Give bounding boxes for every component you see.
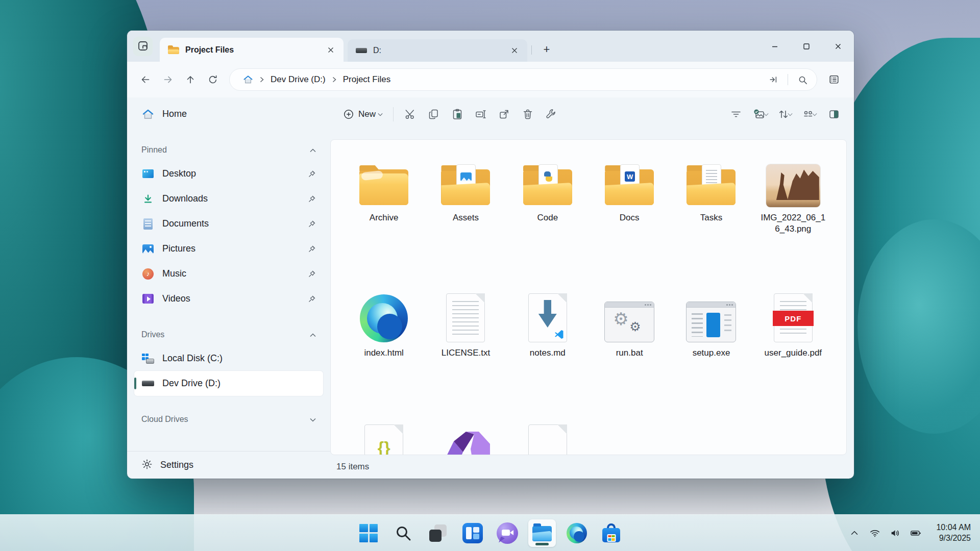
- sort-button[interactable]: [773, 104, 797, 125]
- command-bar: New: [330, 97, 854, 131]
- store-button[interactable]: [598, 519, 625, 547]
- section-header-pinned[interactable]: Pinned: [134, 139, 323, 161]
- address-pill[interactable]: Dev Drive (D:) Project Files: [229, 68, 817, 91]
- file-tile-user-guide-pdf[interactable]: PDF user_guide.pdf: [752, 289, 834, 386]
- paste-button[interactable]: [446, 104, 469, 125]
- close-tab-icon[interactable]: [508, 44, 521, 57]
- up-button[interactable]: [179, 69, 202, 90]
- maximize-button[interactable]: [791, 31, 822, 62]
- copy-button[interactable]: [422, 104, 446, 125]
- refresh-button[interactable]: [202, 69, 224, 90]
- file-explorer-icon: [531, 524, 553, 542]
- sidebar-item-music[interactable]: ♪ Music: [134, 261, 323, 286]
- delete-icon: [522, 108, 534, 120]
- volume-button[interactable]: [886, 523, 904, 543]
- breadcrumb-chevron-icon[interactable]: [332, 77, 337, 83]
- pin-icon: [307, 270, 317, 278]
- minimize-button[interactable]: [759, 31, 791, 62]
- rename-icon: [475, 108, 487, 120]
- sidebar-item-videos[interactable]: Videos: [134, 286, 323, 311]
- tab-strip: Project Files D: +: [127, 31, 854, 62]
- file-tile-archive[interactable]: Archive: [343, 154, 425, 251]
- widgets-button[interactable]: [459, 519, 486, 547]
- file-tile-setup-exe[interactable]: setup.exe: [670, 289, 752, 386]
- cut-button[interactable]: [399, 104, 422, 125]
- window-controls: [759, 31, 854, 62]
- taskbar-search-button[interactable]: [389, 519, 417, 547]
- file-tile-license-txt[interactable]: LICENSE.txt: [425, 289, 506, 386]
- folder-with-word-icon: W: [603, 163, 656, 207]
- new-button[interactable]: New: [338, 104, 388, 125]
- pin-icon: [307, 170, 317, 178]
- wifi-button[interactable]: [866, 523, 884, 543]
- breadcrumb-chevron-icon[interactable]: [259, 77, 264, 83]
- rename-button[interactable]: [469, 104, 493, 125]
- sidebar-item-home[interactable]: Home: [134, 102, 323, 127]
- chat-button[interactable]: [494, 519, 521, 547]
- taskbar: 10:04 AM 9/3/2025: [0, 514, 980, 551]
- documents-icon: [141, 218, 155, 230]
- pin-icon: [307, 245, 317, 253]
- tab-project-files[interactable]: Project Files: [160, 38, 344, 62]
- group-button[interactable]: [798, 104, 821, 125]
- pin-icon: [307, 220, 317, 228]
- filter-button[interactable]: [724, 104, 748, 125]
- share-button[interactable]: [493, 104, 516, 125]
- file-tile-tasks[interactable]: Tasks: [670, 154, 752, 251]
- sidebar-item-documents[interactable]: Documents: [134, 211, 323, 236]
- content-column: New: [330, 97, 854, 479]
- time-label: 10:04 AM: [936, 522, 971, 533]
- file-tile-code[interactable]: Code: [507, 154, 589, 251]
- breadcrumb-home[interactable]: [239, 72, 257, 87]
- sidebar-item-dev-drive-d[interactable]: Dev Drive (D:): [134, 371, 323, 396]
- file-tile-notes-md[interactable]: notes.md: [507, 289, 589, 386]
- store-icon: [601, 522, 622, 544]
- text-file-icon: [446, 293, 485, 342]
- preview-pane-button[interactable]: [822, 104, 846, 125]
- file-tile-img-png[interactable]: IMG_2022_06_16_43.png: [752, 154, 834, 251]
- command-list-button[interactable]: [823, 69, 845, 90]
- tab-d-drive[interactable]: D:: [348, 39, 527, 62]
- forward-button[interactable]: [157, 69, 179, 90]
- tray-chevron-button[interactable]: [845, 523, 864, 543]
- sidebar-item-pictures[interactable]: Pictures: [134, 236, 323, 261]
- file-tile-json[interactable]: {}: [343, 424, 425, 455]
- sidebar-item-desktop[interactable]: Desktop: [134, 161, 323, 186]
- start-icon: [359, 524, 378, 542]
- file-tile-docs[interactable]: W Docs: [589, 154, 670, 251]
- close-tab-icon[interactable]: [324, 43, 337, 57]
- toolbar-separator: [393, 107, 394, 121]
- file-explorer-button[interactable]: [528, 519, 556, 547]
- file-tile-run-bat[interactable]: ⚙⚙ run.bat: [589, 289, 670, 386]
- file-tile-blank[interactable]: [507, 424, 589, 455]
- wifi-icon: [869, 528, 880, 539]
- edge-button[interactable]: [563, 519, 591, 547]
- breadcrumb-item[interactable]: Project Files: [339, 72, 395, 87]
- delete-button[interactable]: [516, 104, 540, 125]
- sidebar-item-downloads[interactable]: Downloads: [134, 186, 323, 211]
- file-tile-m365[interactable]: [425, 424, 506, 455]
- section-header-drives[interactable]: Drives: [134, 323, 323, 346]
- sidebar-item-settings[interactable]: Settings: [127, 451, 330, 479]
- folder-with-python-icon: [521, 163, 574, 207]
- battery-button[interactable]: [906, 523, 925, 543]
- sidebar-item-local-disk-c[interactable]: Local Disk (C:): [134, 346, 323, 371]
- section-header-cloud-drives[interactable]: Cloud Drives: [134, 408, 323, 431]
- back-button[interactable]: [134, 69, 157, 90]
- sidebar-label: Pictures: [162, 243, 307, 254]
- copy-icon: [428, 108, 440, 120]
- breadcrumb-item[interactable]: Dev Drive (D:): [266, 72, 330, 87]
- collapse-address-button[interactable]: [764, 71, 782, 88]
- search-button[interactable]: [793, 71, 812, 88]
- view-options-button[interactable]: [749, 104, 772, 125]
- properties-button[interactable]: [540, 104, 563, 125]
- close-button[interactable]: [822, 31, 854, 62]
- file-tile-index-html[interactable]: index.html: [343, 289, 425, 386]
- new-tab-button[interactable]: +: [538, 41, 555, 58]
- task-view-button[interactable]: [424, 519, 452, 547]
- file-tile-assets[interactable]: Assets: [425, 154, 506, 251]
- tab-list-button[interactable]: [133, 37, 153, 56]
- folder-with-notes-icon: [684, 163, 738, 207]
- clock[interactable]: 10:04 AM 9/3/2025: [932, 520, 975, 546]
- start-button[interactable]: [355, 519, 382, 547]
